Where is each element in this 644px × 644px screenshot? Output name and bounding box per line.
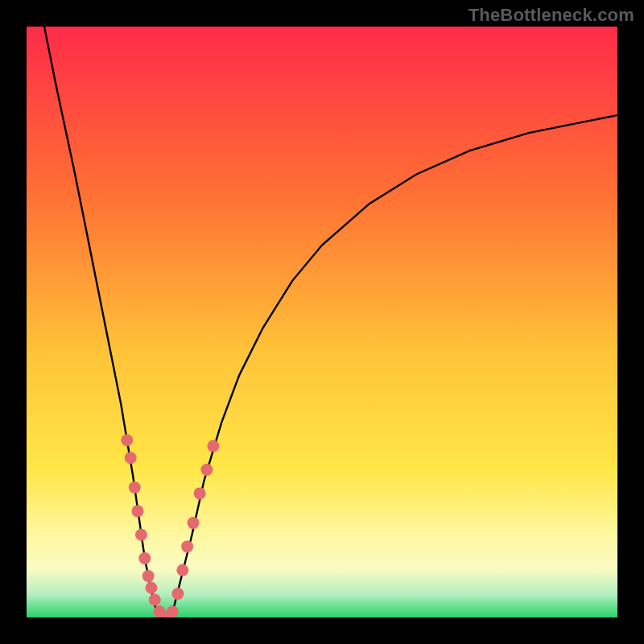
curve-marker	[132, 505, 144, 517]
watermark-text: TheBottleneck.com	[469, 5, 634, 26]
chart-frame: TheBottleneck.com	[0, 0, 644, 644]
curve-marker	[200, 464, 213, 476]
curve-marker	[135, 529, 147, 541]
curve-marker	[176, 564, 188, 576]
chart-plot-area	[27, 27, 617, 617]
curve-marker	[171, 588, 184, 600]
curve-marker	[145, 582, 157, 594]
curve-marker	[125, 452, 137, 464]
curve-marker	[207, 440, 219, 452]
curve-marker	[138, 552, 151, 564]
curve-marker	[129, 481, 141, 493]
curve-marker	[121, 434, 133, 446]
curve-marker	[167, 605, 179, 617]
chart-svg	[27, 27, 617, 617]
curve-marker	[188, 517, 200, 529]
curve-marker	[194, 487, 206, 499]
curve-marker	[149, 594, 161, 606]
curve-marker	[142, 570, 155, 582]
curve-marker	[181, 540, 193, 552]
gradient-background	[27, 27, 617, 617]
